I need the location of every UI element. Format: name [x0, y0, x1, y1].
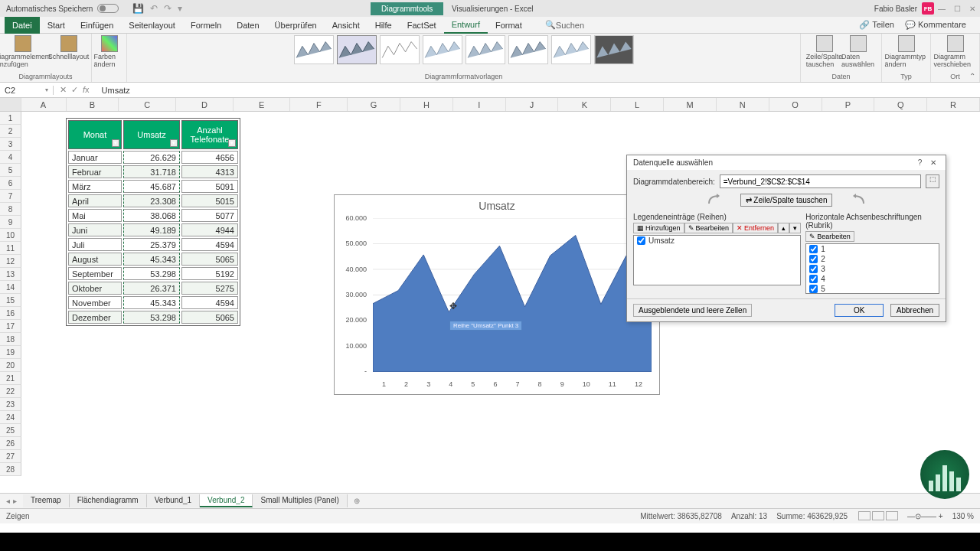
data-table[interactable]: Monat▾ Umsatz▾ Anzahl Telefonate▾ Januar… [66, 118, 240, 326]
row-header[interactable]: 16 [0, 307, 21, 320]
move-chart-button[interactable]: Diagramm verschieben [934, 35, 977, 68]
row-header[interactable]: 14 [0, 281, 21, 294]
list-item[interactable]: 2 [806, 254, 939, 264]
filter-icon[interactable]: ▾ [112, 139, 119, 147]
collapse-ribbon-icon[interactable]: ⌃ [969, 72, 975, 80]
table-row[interactable]: Mai38.0685077 [68, 209, 238, 222]
row-header[interactable]: 15 [0, 294, 21, 307]
row-header[interactable]: 5 [0, 164, 21, 177]
sheet-tab[interactable]: Verbund_2 [200, 494, 253, 507]
row-header[interactable]: 24 [0, 411, 21, 424]
tab-data[interactable]: Daten [229, 17, 266, 34]
sheet-next-icon[interactable]: ▸ [13, 497, 17, 505]
qat-dropdown-icon[interactable]: ▾ [178, 3, 182, 14]
row-header[interactable]: 18 [0, 333, 21, 346]
tab-design[interactable]: Entwurf [444, 17, 488, 34]
column-header[interactable]: E [234, 98, 291, 111]
tab-review[interactable]: Überprüfen [267, 17, 325, 34]
legend-down-button[interactable]: ▾ [789, 223, 801, 233]
row-header[interactable]: 6 [0, 177, 21, 190]
list-item[interactable]: 4 [806, 274, 939, 284]
column-header[interactable]: F [290, 98, 348, 111]
row-header[interactable]: 12 [0, 255, 21, 268]
share-button[interactable]: 🔗 Teilen [859, 20, 894, 30]
dialog-help-icon[interactable]: ? [915, 158, 926, 167]
add-sheet-icon[interactable]: ⊕ [348, 497, 366, 505]
chart-object[interactable]: Umsatz -10.00020.00030.00040.00050.00060… [334, 194, 660, 395]
change-chart-type-button[interactable]: Diagrammtyp ändern [885, 35, 928, 68]
tab-help[interactable]: Hilfe [368, 17, 400, 34]
chart-data-range-input[interactable] [720, 174, 921, 188]
tab-file[interactable]: Datei [5, 17, 40, 34]
row-header[interactable]: 2 [0, 125, 21, 138]
legend-listbox[interactable]: Umsatz [633, 235, 801, 285]
dialog-close-icon[interactable]: ✕ [927, 158, 939, 167]
select-all-corner[interactable] [0, 98, 21, 111]
select-data-button[interactable]: Daten auswählen [843, 35, 874, 68]
list-item[interactable]: 5 [806, 284, 939, 294]
row-header[interactable]: 7 [0, 190, 21, 203]
table-row[interactable]: Juli25.3794594 [68, 238, 238, 251]
sheet-prev-icon[interactable]: ◂ [6, 497, 10, 505]
table-row[interactable]: Februar31.7184313 [68, 165, 238, 178]
tab-pagelayout[interactable]: Seitenlayout [121, 17, 183, 34]
sheet-tab[interactable]: Small Multiples (Panel) [253, 494, 347, 507]
row-header[interactable]: 10 [0, 229, 21, 242]
chart-styles-gallery[interactable] [291, 35, 637, 64]
row-header[interactable]: 22 [0, 385, 21, 398]
row-header[interactable]: 20 [0, 359, 21, 372]
table-row[interactable]: August45.3435065 [68, 253, 238, 266]
row-header[interactable]: 1 [0, 112, 21, 125]
enter-formula-icon[interactable]: ✓ [71, 85, 78, 95]
row-header[interactable]: 13 [0, 268, 21, 281]
legend-edit-button[interactable]: ✎ Bearbeiten [684, 223, 733, 233]
row-header[interactable]: 26 [0, 437, 21, 450]
tab-view[interactable]: Ansicht [325, 17, 368, 34]
table-row[interactable]: Oktober26.3715275 [68, 282, 238, 295]
row-header[interactable]: 21 [0, 372, 21, 385]
row-header[interactable]: 3 [0, 138, 21, 151]
switch-row-col-button[interactable]: ⇄ Zeile/Spalte tauschen [740, 194, 833, 207]
column-header[interactable]: L [611, 98, 664, 111]
maximize-icon[interactable]: ☐ [949, 3, 965, 15]
column-header[interactable]: O [769, 98, 822, 111]
name-box[interactable]: C2▾ [0, 86, 54, 95]
minimize-icon[interactable]: — [934, 3, 949, 15]
column-header[interactable]: J [506, 98, 559, 111]
axis-edit-button[interactable]: ✎ Bearbeiten [805, 231, 854, 242]
column-header[interactable]: R [927, 98, 980, 111]
column-header[interactable]: N [717, 98, 769, 111]
legend-remove-button[interactable]: ✕ Entfernen [733, 223, 778, 233]
list-item[interactable]: 1 [806, 244, 939, 254]
column-header[interactable]: B [67, 98, 119, 111]
redo-icon[interactable]: ↷ [164, 3, 172, 14]
ok-button[interactable]: OK [835, 304, 884, 317]
tab-home[interactable]: Start [40, 17, 73, 34]
column-header[interactable]: A [21, 98, 67, 111]
row-header[interactable]: 4 [0, 151, 21, 164]
row-header[interactable]: 25 [0, 424, 21, 437]
cancel-formula-icon[interactable]: ✕ [60, 85, 67, 95]
column-header[interactable]: C [119, 98, 176, 111]
change-colors-button[interactable]: Farben ändern [94, 35, 125, 68]
table-row[interactable]: Juni49.1894944 [68, 223, 238, 236]
switch-row-column-button[interactable]: Zeile/Spalte tauschen [809, 35, 840, 68]
view-buttons[interactable] [857, 511, 898, 522]
table-row[interactable]: November45.3434594 [68, 296, 238, 309]
column-header[interactable]: H [400, 98, 453, 111]
chart-plot-area[interactable] [373, 218, 652, 372]
table-row[interactable]: April23.3085015 [68, 194, 238, 207]
list-item[interactable]: 3 [806, 264, 939, 274]
row-header[interactable]: 28 [0, 463, 21, 476]
row-header[interactable]: 9 [0, 216, 21, 229]
row-header[interactable]: 8 [0, 203, 21, 216]
row-header[interactable]: 11 [0, 242, 21, 255]
column-header[interactable]: K [558, 98, 611, 111]
sheet-tab[interactable]: Flächendiagramm [70, 494, 147, 507]
legend-add-button[interactable]: ▦ Hinzufügen [633, 223, 684, 233]
table-row[interactable]: Januar26.6294656 [68, 151, 238, 164]
comments-button[interactable]: 💬 Kommentare [905, 20, 966, 30]
sheet-tab[interactable]: Treemap [23, 494, 70, 507]
search-button[interactable]: 🔍 Suchen [530, 17, 592, 34]
hidden-cells-button[interactable]: Ausgeblendete und leere Zellen [633, 304, 752, 317]
